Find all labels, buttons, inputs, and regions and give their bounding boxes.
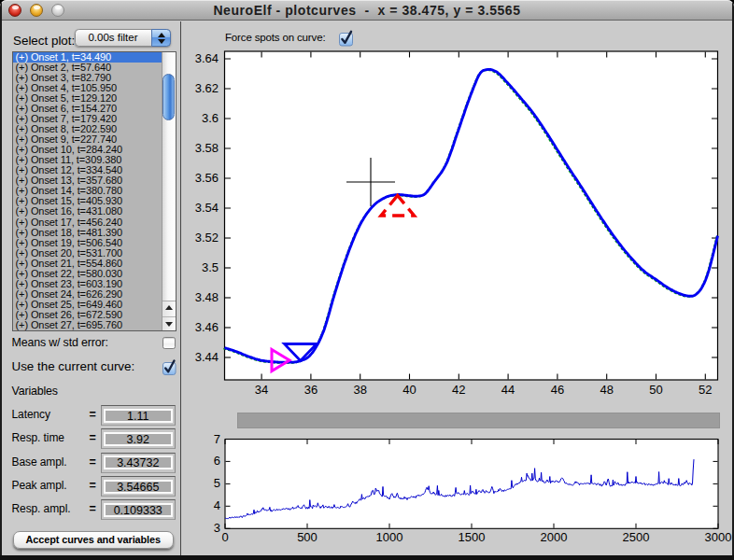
svg-text:500: 500 <box>297 530 318 544</box>
svg-text:0: 0 <box>221 530 228 544</box>
svg-text:52: 52 <box>699 383 712 397</box>
svg-text:3.54: 3.54 <box>195 201 219 215</box>
svg-text:5: 5 <box>214 476 220 490</box>
svg-text:38: 38 <box>353 383 366 397</box>
svg-text:40: 40 <box>402 383 416 397</box>
svg-text:3.58: 3.58 <box>195 141 219 155</box>
svg-text:1500: 1500 <box>459 530 486 544</box>
svg-text:34: 34 <box>255 383 268 397</box>
svg-text:1000: 1000 <box>376 530 403 544</box>
svg-text:48: 48 <box>600 383 613 397</box>
svg-text:6: 6 <box>214 454 220 468</box>
svg-text:3.64: 3.64 <box>195 51 219 65</box>
svg-text:36: 36 <box>304 383 318 397</box>
svg-text:42: 42 <box>452 383 465 397</box>
svg-text:3.52: 3.52 <box>195 231 219 245</box>
svg-text:3.46: 3.46 <box>195 320 219 334</box>
svg-text:3.6: 3.6 <box>202 111 219 125</box>
svg-text:3.62: 3.62 <box>195 81 219 95</box>
svg-text:46: 46 <box>551 383 564 397</box>
svg-text:3.56: 3.56 <box>195 171 219 185</box>
svg-text:3.44: 3.44 <box>195 350 219 364</box>
svg-text:3000: 3000 <box>705 530 732 544</box>
svg-text:3.48: 3.48 <box>195 290 219 304</box>
svg-text:50: 50 <box>649 383 662 397</box>
svg-text:2500: 2500 <box>623 530 650 544</box>
svg-text:2000: 2000 <box>541 530 568 544</box>
svg-text:4: 4 <box>214 498 220 512</box>
svg-text:3: 3 <box>214 521 220 535</box>
svg-text:7: 7 <box>214 432 220 446</box>
svg-text:3.5: 3.5 <box>202 260 219 274</box>
svg-text:44: 44 <box>501 383 515 397</box>
